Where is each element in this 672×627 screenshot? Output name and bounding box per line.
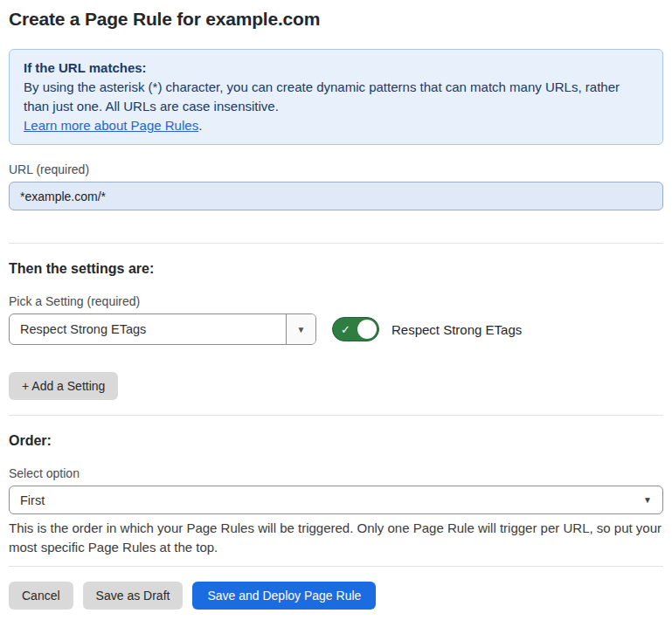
toggle-knob bbox=[357, 320, 377, 339]
link-period: . bbox=[198, 118, 202, 133]
footer-divider bbox=[9, 566, 663, 567]
footer-buttons: Cancel Save as Draft Save and Deploy Pag… bbox=[9, 582, 663, 610]
learn-more-link[interactable]: Learn more about Page Rules bbox=[24, 118, 198, 133]
setting-select-value: Respect Strong ETags bbox=[10, 322, 146, 336]
toggle-label: Respect Strong ETags bbox=[391, 322, 522, 337]
info-box-link-line: Learn more about Page Rules. bbox=[24, 116, 648, 135]
info-box-body: By using the asterisk (*) character, you… bbox=[24, 78, 648, 116]
check-icon: ✓ bbox=[341, 324, 350, 335]
order-section-heading: Order: bbox=[9, 433, 663, 449]
info-box-heading: If the URL matches: bbox=[24, 59, 648, 78]
url-field-label: URL (required) bbox=[9, 162, 663, 176]
setting-select[interactable]: Respect Strong ETags ▼ bbox=[9, 314, 316, 345]
order-help-text: This is the order in which your Page Rul… bbox=[9, 519, 663, 557]
section-divider bbox=[9, 415, 663, 416]
save-draft-button[interactable]: Save as Draft bbox=[83, 582, 184, 610]
order-select[interactable]: First ▼ bbox=[9, 486, 663, 514]
add-setting-button[interactable]: + Add a Setting bbox=[9, 372, 118, 400]
chevron-down-icon: ▼ bbox=[643, 495, 652, 505]
setting-row: Respect Strong ETags ▼ ✓ Respect Strong … bbox=[9, 314, 663, 345]
order-select-value: First bbox=[20, 493, 45, 507]
section-divider bbox=[9, 243, 663, 244]
url-input[interactable] bbox=[9, 182, 663, 210]
page-title: Create a Page Rule for example.com bbox=[9, 9, 663, 30]
create-page-rule-form: Create a Page Rule for example.com If th… bbox=[0, 0, 672, 624]
setting-toggle[interactable]: ✓ bbox=[332, 317, 379, 341]
chevron-down-icon[interactable]: ▼ bbox=[286, 314, 315, 344]
save-deploy-button[interactable]: Save and Deploy Page Rule bbox=[192, 582, 376, 610]
cancel-button[interactable]: Cancel bbox=[9, 582, 73, 610]
order-select-label: Select option bbox=[9, 466, 663, 480]
settings-section-heading: Then the settings are: bbox=[9, 261, 663, 277]
url-match-info-box: If the URL matches: By using the asteris… bbox=[9, 49, 663, 145]
setting-picker-label: Pick a Setting (required) bbox=[9, 294, 663, 308]
